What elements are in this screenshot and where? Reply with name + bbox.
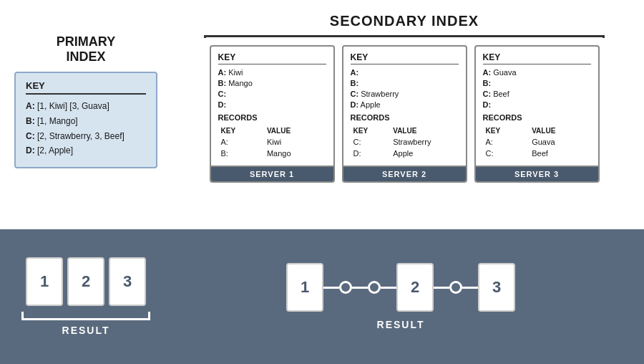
- s1-col-value: VALUE: [253, 126, 325, 135]
- s1-row-d: D:: [218, 100, 326, 109]
- pipeline-card-1: 1: [286, 263, 323, 312]
- s3-rec-a-value: Guava: [517, 137, 589, 147]
- s1-records-table: KEY VALUE A: Kiwi B: Mango: [218, 125, 326, 160]
- pipe-line-2: [352, 287, 368, 289]
- server-1-key-header: KEY: [218, 52, 326, 64]
- s1-rec-b-value: Mango: [253, 148, 325, 158]
- pipe-line-1: [323, 287, 339, 289]
- top-section: PRIMARYINDEX KEY A: [1, Kiwi] [3, Guava]…: [0, 0, 644, 229]
- secondary-servers: KEY A: Kiwi B: Mango C: D: RECORDS KEY V…: [210, 45, 600, 183]
- s3-row-a: A: Guava: [483, 68, 591, 77]
- pipe-right-row: 3: [434, 263, 515, 312]
- primary-index-card: KEY A: [1, Kiwi] [3, Guava] B: [1, Mango…: [14, 72, 157, 168]
- pipe-circle-1: [339, 281, 352, 294]
- secondary-index: SECONDARY INDEX KEY A: Kiwi B: Mango C: …: [179, 13, 630, 183]
- s1-records-header: RECORDS: [218, 113, 326, 122]
- server-2-keys: KEY A: B: C: Strawberry D: Apple RECORDS…: [343, 47, 466, 167]
- server-3-footer: SERVER 3: [476, 167, 598, 181]
- pipeline-group: 1 2 3 RE: [179, 263, 623, 330]
- s2-rec-d-key: D:: [352, 148, 378, 158]
- primary-row-d: D: [2, Apple]: [26, 145, 146, 157]
- server-2-footer: SERVER 2: [343, 167, 466, 181]
- s2-rec-c-key: C:: [352, 137, 378, 147]
- s2-row-a: A:: [351, 68, 459, 77]
- server-1-keys: KEY A: Kiwi B: Mango C: D: RECORDS KEY V…: [211, 47, 333, 167]
- s1-row-b: B: Mango: [218, 79, 326, 87]
- s3-col-value: VALUE: [517, 126, 589, 135]
- s3-row-c: C: Beef: [483, 90, 591, 98]
- pipe-circle-3: [449, 281, 462, 294]
- s2-row-b: B:: [351, 79, 459, 87]
- result-cards-left: 1 2 3: [26, 257, 146, 306]
- result-group-left: 1 2 3 RESULT: [21, 257, 150, 336]
- server-3-key-header: KEY: [483, 52, 591, 64]
- s1-row-a: A: Kiwi: [218, 68, 326, 77]
- result-card-3: 3: [109, 257, 146, 306]
- s2-row-d: D: Apple: [351, 100, 459, 109]
- server-3-card: KEY A: Guava B: C: Beef D: RECORDS KEY V…: [474, 45, 600, 183]
- result-label-right-wrapper: RESULT: [377, 319, 425, 330]
- s3-records-table: KEY VALUE A: Guava C: Beef: [483, 125, 591, 160]
- pipeline-card-3: 3: [478, 263, 515, 312]
- pipe-circle-2: [368, 281, 381, 294]
- pipe-line-4: [434, 287, 449, 289]
- result-bracket-left: [21, 312, 150, 320]
- primary-key-header: KEY: [26, 80, 146, 95]
- result-card-2: 2: [67, 257, 104, 306]
- secondary-bracket: [204, 35, 605, 38]
- s2-row-c: C: Strawberry: [351, 90, 459, 98]
- server-2-key-header: KEY: [351, 52, 459, 64]
- bottom-section: 1 2 3 RESULT 1 2: [0, 229, 644, 364]
- s3-records-header: RECORDS: [483, 113, 591, 122]
- s2-records-header: RECORDS: [351, 113, 459, 122]
- server-1-card: KEY A: Kiwi B: Mango C: D: RECORDS KEY V…: [210, 45, 335, 183]
- primary-row-c: C: [2, Strawberry, 3, Beef]: [26, 130, 146, 143]
- secondary-index-title: SECONDARY INDEX: [330, 13, 479, 29]
- s2-rec-c-value: Strawberry: [379, 137, 457, 147]
- s3-rec-a-key: A:: [484, 137, 517, 147]
- s2-rec-d-value: Apple: [379, 148, 457, 158]
- pipeline-row: 1 2 3: [286, 263, 515, 312]
- s3-col-key: KEY: [484, 126, 517, 135]
- server-3-keys: KEY A: Guava B: C: Beef D: RECORDS KEY V…: [476, 47, 598, 167]
- primary-index-title: PRIMARYINDEX: [57, 34, 115, 64]
- s2-records-table: KEY VALUE C: Strawberry D: Apple: [351, 125, 459, 160]
- result-label-right: RESULT: [377, 319, 425, 330]
- result-label-left: RESULT: [62, 325, 110, 336]
- s3-rec-c-key: C:: [484, 148, 517, 158]
- pipe-line-5: [462, 287, 478, 289]
- server-2-card: KEY A: B: C: Strawberry D: Apple RECORDS…: [342, 45, 467, 183]
- s1-rec-b-key: B:: [220, 148, 251, 158]
- primary-row-a: A: [1, Kiwi] [3, Guava]: [26, 100, 146, 112]
- result-card-1: 1: [26, 257, 63, 306]
- s2-col-key: KEY: [352, 126, 378, 135]
- s1-rec-a-value: Kiwi: [253, 137, 325, 147]
- pipe-line-3: [381, 287, 396, 289]
- primary-row-b: B: [1, Mango]: [26, 115, 146, 128]
- s2-col-value: VALUE: [379, 126, 457, 135]
- pipeline-card-2: 2: [396, 263, 434, 312]
- s3-row-d: D:: [483, 100, 591, 109]
- s3-row-b: B:: [483, 79, 591, 87]
- s1-col-key: KEY: [220, 126, 251, 135]
- server-1-footer: SERVER 1: [211, 167, 333, 181]
- primary-index: PRIMARYINDEX KEY A: [1, Kiwi] [3, Guava]…: [14, 34, 157, 168]
- s3-rec-c-value: Beef: [517, 148, 589, 158]
- s1-rec-a-key: A:: [220, 137, 251, 147]
- s1-row-c: C:: [218, 90, 326, 98]
- pipe-branch-right: 3: [434, 263, 515, 312]
